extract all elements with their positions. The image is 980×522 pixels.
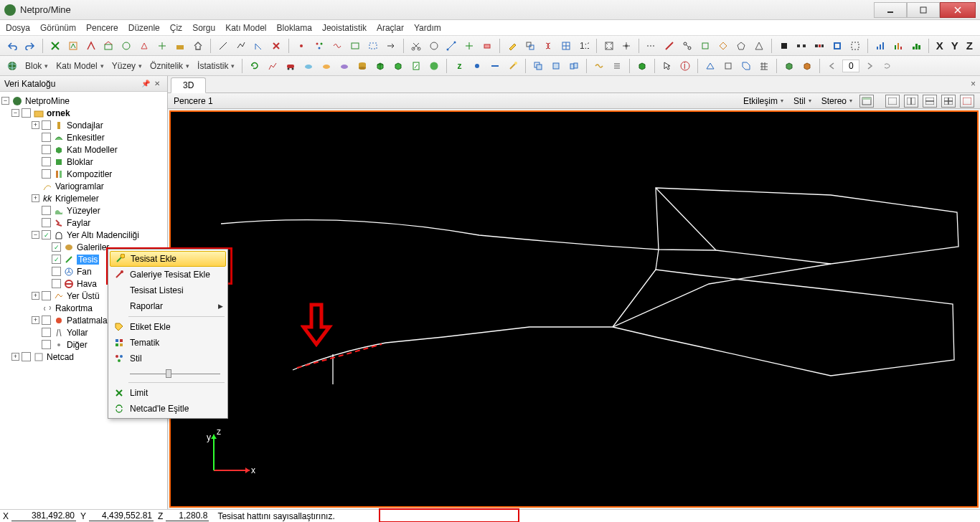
tree-item[interactable]: Yer Üstü [67, 291, 100, 301]
seg1-icon[interactable] [794, 38, 810, 54]
katimodel-dropdown[interactable]: Katı Model [53, 58, 106, 74]
cloud-icon[interactable] [301, 58, 316, 74]
tree-toggle[interactable]: + [32, 194, 39, 202]
etkile-dropdown[interactable]: Etkileşim [740, 96, 786, 106]
menu-araclar[interactable]: Araçlar [377, 23, 404, 33]
z-green-icon[interactable]: z [451, 58, 467, 74]
ctx-etiket[interactable]: Etiket Ekle [110, 319, 226, 335]
wand-icon[interactable] [505, 58, 521, 74]
scale-icon[interactable]: 1:1 [576, 38, 592, 54]
offset-icon[interactable] [522, 38, 538, 54]
blue-sq-icon[interactable] [829, 38, 845, 54]
tree-toggle[interactable]: + [32, 292, 39, 300]
line-b-icon[interactable] [487, 58, 503, 74]
ctx-raporlar[interactable]: Raporlar ▶ [110, 298, 226, 314]
tree-check[interactable] [22, 108, 31, 118]
tree-project[interactable]: ornek [47, 108, 70, 118]
ctx-esitle[interactable]: Netcad'le Eşitle [110, 401, 226, 417]
menu-duzenle[interactable]: Düzenle [128, 23, 160, 33]
points-icon[interactable] [311, 38, 327, 54]
rect-icon[interactable] [347, 38, 363, 54]
ctx-stil[interactable]: Stil [110, 351, 226, 366]
copy-b3-icon[interactable] [566, 58, 582, 74]
tree-toggle[interactable]: − [32, 231, 39, 239]
tree-check[interactable] [42, 315, 51, 325]
tree-item[interactable]: Yüzeyler [67, 206, 100, 216]
z-label-icon[interactable]: Z [966, 39, 973, 52]
blok-dropdown[interactable]: Blok [22, 58, 51, 74]
tree-check[interactable] [42, 133, 51, 142]
tree-item-selected[interactable]: Tesis [77, 255, 99, 265]
layout-btn-4[interactable] [941, 95, 956, 108]
close-panel-icon[interactable]: ✕ [151, 78, 163, 90]
arrow-icon[interactable] [383, 38, 399, 54]
maximize-button[interactable] [907, 2, 940, 18]
tool-icon[interactable] [47, 38, 63, 54]
y-label-icon[interactable]: Y [951, 39, 958, 52]
refresh-icon[interactable] [247, 58, 263, 74]
menu-bloklama[interactable]: Bloklama [277, 23, 312, 33]
tool-icon[interactable] [136, 38, 152, 54]
tree-check[interactable] [42, 340, 51, 349]
wave-y-icon[interactable] [591, 58, 607, 74]
bars3-icon[interactable] [908, 38, 924, 54]
minimize-button[interactable] [874, 2, 907, 18]
menu-dosya[interactable]: Dosya [6, 23, 30, 33]
tree-root[interactable]: NetproMine [25, 96, 70, 106]
cloud3-icon[interactable] [336, 58, 352, 74]
tree-check[interactable]: ✓ [52, 255, 61, 264]
cube-g-icon[interactable] [372, 58, 388, 74]
diamond-icon[interactable] [715, 38, 731, 54]
tree-check[interactable] [42, 157, 51, 166]
car-icon[interactable] [283, 58, 298, 74]
tag-icon[interactable] [738, 58, 754, 74]
red-line-icon[interactable] [661, 38, 677, 54]
ctx-limit[interactable]: Limit [110, 385, 226, 401]
cut-icon[interactable] [408, 38, 424, 54]
menu-yardim[interactable]: Yardım [414, 23, 441, 33]
redo-icon[interactable] [22, 38, 38, 54]
chart-icon[interactable] [265, 58, 281, 74]
pan-icon[interactable] [619, 38, 635, 54]
list-icon[interactable] [609, 58, 625, 74]
ctx-tesisat-listesi[interactable]: Tesisat Listesi [110, 283, 226, 298]
tree-check[interactable]: ✓ [52, 242, 61, 252]
cube-wire-icon[interactable] [720, 58, 736, 74]
undo-icon[interactable] [4, 38, 20, 54]
tree-check[interactable] [42, 328, 51, 337]
viewport-3d[interactable]: x z y [169, 110, 979, 508]
info-icon[interactable]: i [677, 58, 693, 74]
pin-icon[interactable]: 📌 [140, 78, 151, 90]
tree-item[interactable]: Yer Altı Madenciliği [67, 230, 139, 240]
tab-close-icon[interactable]: × [971, 79, 976, 89]
bars2-icon[interactable] [890, 38, 906, 54]
layout-btn-1[interactable] [885, 95, 900, 108]
shape-icon[interactable] [426, 58, 442, 74]
tree-check[interactable] [42, 145, 51, 154]
ctx-tematik[interactable]: Tematik [110, 335, 226, 351]
tree-check[interactable] [42, 120, 51, 130]
stereo-dropdown[interactable]: Stereo [819, 96, 855, 106]
istatistik-dropdown[interactable]: İstatistik [194, 58, 237, 74]
tree-toggle[interactable]: + [32, 121, 39, 129]
layout-btn-3[interactable] [923, 95, 937, 108]
fwd-icon[interactable] [862, 58, 877, 74]
tree-check[interactable] [42, 218, 51, 227]
back-icon[interactable] [824, 58, 840, 74]
cube-green-icon[interactable] [634, 58, 650, 74]
tool-icon[interactable] [154, 38, 170, 54]
db-icon[interactable] [354, 58, 370, 74]
square-icon[interactable] [697, 38, 713, 54]
grid-icon[interactable] [558, 38, 574, 54]
dot-b-icon[interactable] [469, 58, 485, 74]
tree-check[interactable] [52, 267, 61, 276]
mesh-icon[interactable] [756, 58, 772, 74]
angle-icon[interactable] [251, 38, 267, 54]
sel-icon[interactable] [847, 38, 863, 54]
menu-katimodel[interactable]: Katı Model [225, 23, 266, 33]
tree-item[interactable]: Variogramlar [55, 181, 104, 191]
wave-icon[interactable] [329, 38, 345, 54]
cube-o-icon[interactable] [799, 58, 815, 74]
x-label-icon[interactable]: X [936, 39, 943, 52]
loop-icon[interactable] [880, 58, 895, 74]
